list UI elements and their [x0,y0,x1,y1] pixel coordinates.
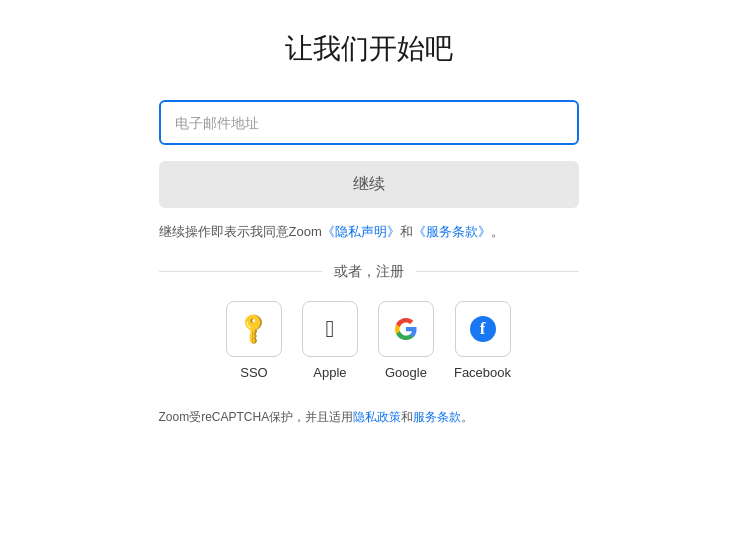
facebook-login-item[interactable]: f Facebook [454,301,511,380]
facebook-label: Facebook [454,365,511,380]
sso-label: SSO [240,365,267,380]
divider-line-right [416,271,579,272]
facebook-icon-wrap[interactable]: f [455,301,511,357]
sso-login-item[interactable]: 🔑 SSO [226,301,282,380]
google-g-icon [394,317,418,341]
service-link[interactable]: 《服务条款》 [413,224,491,239]
page-title: 让我们开始吧 [285,30,453,68]
continue-button[interactable]: 继续 [159,161,579,208]
footer-privacy-link[interactable]: 隐私政策 [353,410,401,424]
footer-text: Zoom受reCAPTCHA保护，并且适用隐私政策和服务条款。 [159,408,579,427]
apple-icon:  [326,317,335,341]
apple-icon-wrap[interactable]:  [302,301,358,357]
main-container: 让我们开始吧 继续 继续操作即表示我同意Zoom《隐私声明》和《服务条款》。 或… [159,30,579,427]
apple-login-item[interactable]:  Apple [302,301,358,380]
or-divider: 或者，注册 [159,263,579,281]
key-icon: 🔑 [235,310,272,347]
google-label: Google [385,365,427,380]
facebook-f-icon: f [470,316,496,342]
privacy-link[interactable]: 《隐私声明》 [322,224,400,239]
email-field[interactable] [159,100,579,145]
sso-icon-wrap[interactable]: 🔑 [226,301,282,357]
apple-label: Apple [313,365,346,380]
google-icon-wrap[interactable] [378,301,434,357]
footer-service-link[interactable]: 服务条款 [413,410,461,424]
divider-label: 或者，注册 [322,263,416,281]
google-login-item[interactable]: Google [378,301,434,380]
social-login-group: 🔑 SSO  Apple Google [159,301,579,380]
terms-text: 继续操作即表示我同意Zoom《隐私声明》和《服务条款》。 [159,222,579,243]
divider-line-left [159,271,322,272]
